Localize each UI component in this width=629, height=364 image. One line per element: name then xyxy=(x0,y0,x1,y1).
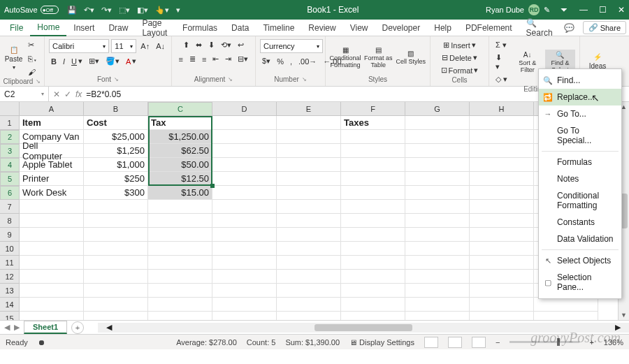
sheet-tab[interactable]: Sheet1 xyxy=(24,321,67,334)
cell[interactable] xyxy=(148,270,212,284)
cell[interactable]: $12.50 xyxy=(148,172,212,186)
cell[interactable] xyxy=(341,284,405,298)
row-header[interactable]: 5 xyxy=(0,172,20,186)
ideas-button[interactable]: ⚡Ideas xyxy=(584,53,611,70)
cell[interactable]: Dell Computer xyxy=(20,144,84,158)
cell[interactable] xyxy=(212,284,277,298)
format-cells-button[interactable]: ⊡ Format ▾ xyxy=(439,64,481,76)
page-layout-view-button[interactable] xyxy=(448,337,462,348)
cell[interactable]: $15.00 xyxy=(148,186,212,200)
cell[interactable] xyxy=(470,158,534,172)
cell[interactable] xyxy=(470,172,534,186)
cell[interactable]: $25,000 xyxy=(84,130,148,144)
tab-data[interactable]: Data xyxy=(224,20,256,36)
cell[interactable] xyxy=(470,228,534,242)
column-header[interactable]: A xyxy=(20,102,84,116)
cell[interactable] xyxy=(341,270,405,284)
cell[interactable] xyxy=(405,214,470,228)
cell[interactable] xyxy=(84,228,148,242)
cell[interactable] xyxy=(20,298,84,312)
cancel-formula-icon[interactable]: ✕ xyxy=(53,89,60,99)
column-header[interactable]: F xyxy=(341,102,405,116)
cell[interactable] xyxy=(148,298,212,312)
cell[interactable]: $250 xyxy=(84,172,148,186)
name-box[interactable]: C2▾ xyxy=(0,87,49,101)
cell[interactable] xyxy=(212,130,277,144)
zoom-out-button[interactable]: − xyxy=(496,338,500,347)
format-as-table-button[interactable]: ▤Format as Table xyxy=(363,46,393,69)
number-format-select[interactable]: Currency▾ xyxy=(260,39,323,53)
fill-button[interactable]: ⬇ ▾ xyxy=(493,52,509,73)
menu-notes[interactable]: Notes xyxy=(539,170,621,187)
cell[interactable]: Taxes xyxy=(341,116,405,130)
menu-constants[interactable]: Constants xyxy=(539,214,621,231)
cell[interactable] xyxy=(84,298,148,312)
menu-goto-special[interactable]: Go To Special... xyxy=(539,122,621,149)
cell[interactable] xyxy=(470,186,534,200)
row-header[interactable]: 10 xyxy=(0,242,20,256)
cell[interactable] xyxy=(341,214,405,228)
cell[interactable] xyxy=(405,312,470,320)
dialog-launcher-icon[interactable]: ↘ xyxy=(302,76,307,82)
orientation-button[interactable]: ⟲▾ xyxy=(219,39,233,51)
tab-formulas[interactable]: Formulas xyxy=(175,20,224,36)
tab-insert[interactable]: Insert xyxy=(66,20,101,36)
cell[interactable] xyxy=(148,256,212,270)
cell[interactable] xyxy=(341,256,405,270)
align-center-button[interactable]: ≣ xyxy=(187,53,198,65)
font-color-button[interactable]: A▾ xyxy=(124,55,138,67)
save-icon[interactable]: 💾 xyxy=(67,6,77,15)
cell[interactable] xyxy=(148,312,212,320)
tab-home[interactable]: Home xyxy=(30,20,66,36)
redo-icon[interactable]: ↷▾ xyxy=(101,6,112,15)
minimize-icon[interactable]: — xyxy=(579,5,588,15)
cell[interactable] xyxy=(20,256,84,270)
row-header[interactable]: 15 xyxy=(0,312,20,320)
row-header[interactable]: 7 xyxy=(0,200,20,214)
qat-icon[interactable]: ◧▾ xyxy=(137,6,148,15)
cell[interactable] xyxy=(277,284,341,298)
cell[interactable] xyxy=(277,130,341,144)
cell[interactable] xyxy=(212,158,277,172)
underline-button[interactable]: U▾ xyxy=(69,55,85,67)
fill-handle[interactable] xyxy=(210,184,215,188)
cell[interactable] xyxy=(84,270,148,284)
cell-styles-button[interactable]: ▧Cell Styles xyxy=(396,50,426,66)
cell[interactable]: Apple Tablet xyxy=(20,158,84,172)
increase-decimal-button[interactable]: .00→ xyxy=(296,56,319,67)
cut-button[interactable]: ✂ xyxy=(26,39,40,51)
menu-data-validation[interactable]: Data Validation xyxy=(539,231,621,247)
menu-selection-pane[interactable]: ▢Selection Pane... xyxy=(539,269,621,296)
cell[interactable] xyxy=(84,284,148,298)
cell[interactable] xyxy=(84,200,148,214)
cell[interactable]: Cost xyxy=(84,116,148,130)
cell[interactable] xyxy=(148,284,212,298)
cell[interactable] xyxy=(212,144,277,158)
cell[interactable] xyxy=(405,130,470,144)
align-top-button[interactable]: ⬆ xyxy=(181,39,191,51)
cell[interactable] xyxy=(277,172,341,186)
cell[interactable] xyxy=(277,298,341,312)
cell[interactable] xyxy=(277,116,341,130)
fill-color-button[interactable]: 🪣▾ xyxy=(103,55,122,67)
cell-grid[interactable]: ABCDEFGHI1ItemCostTaxTaxes2Company Van$2… xyxy=(0,102,629,320)
increase-font-button[interactable]: A↑ xyxy=(138,41,152,52)
cell[interactable] xyxy=(277,186,341,200)
cell[interactable] xyxy=(148,214,212,228)
cell[interactable] xyxy=(405,144,470,158)
row-header[interactable]: 1 xyxy=(0,116,20,130)
paste-button[interactable]: 📋 Paste ▾ xyxy=(4,46,23,71)
cell[interactable] xyxy=(470,200,534,214)
cell[interactable] xyxy=(470,130,534,144)
cell[interactable] xyxy=(212,312,277,320)
percent-button[interactable]: % xyxy=(275,56,286,67)
merge-button[interactable]: ⊟▾ xyxy=(236,53,250,65)
cell[interactable] xyxy=(84,312,148,320)
cell[interactable] xyxy=(212,186,277,200)
column-header[interactable]: G xyxy=(405,102,470,116)
tab-draw[interactable]: Draw xyxy=(101,20,135,36)
delete-cells-button[interactable]: ⊟ Delete ▾ xyxy=(440,52,479,64)
cell[interactable] xyxy=(277,312,341,320)
cell[interactable] xyxy=(405,242,470,256)
font-name-select[interactable]: Calibri▾ xyxy=(49,39,109,53)
